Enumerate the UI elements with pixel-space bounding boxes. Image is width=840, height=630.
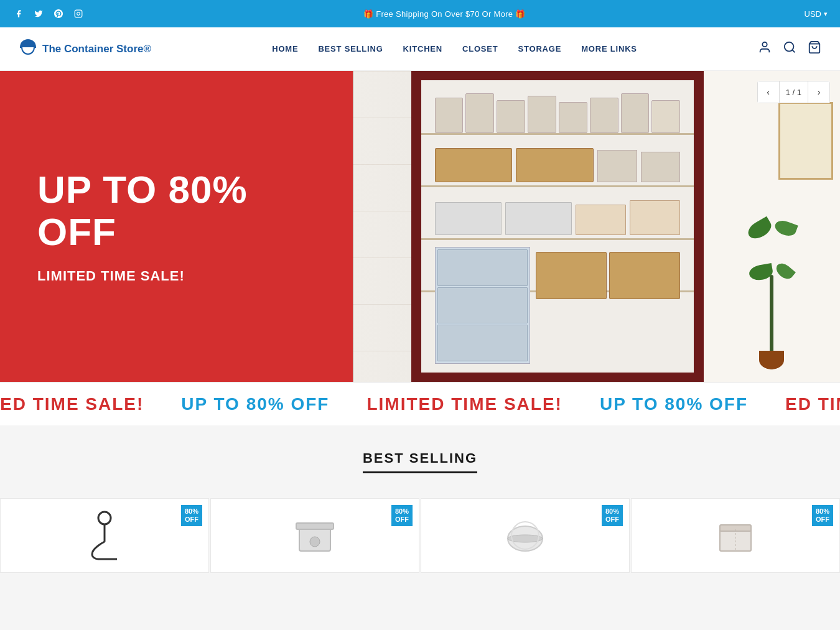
nav-closet[interactable]: CLOSET — [462, 44, 498, 53]
header-actions — [758, 40, 821, 57]
marquee-banner: ED TIME SALE! UP TO 80% OFF LIMITED TIME… — [0, 382, 840, 425]
header: The Container Store® HOME BEST SELLING K… — [0, 27, 840, 71]
carousel-controls: ‹ 1 / 1 › — [757, 81, 830, 103]
hero-banner: UP TO 80% OFF LIMITED TIME SALE! — [0, 71, 840, 382]
discount-badge-4: 80% OFF — [812, 505, 833, 526]
carousel-prev-button[interactable]: ‹ — [757, 81, 780, 103]
product-image-1 — [21, 511, 187, 560]
marquee-content: ED TIME SALE! UP TO 80% OFF LIMITED TIME… — [0, 394, 840, 414]
product-card-3[interactable]: 80% OFF — [421, 498, 630, 573]
marquee-item-4: UP TO 80% OFF — [600, 394, 748, 414]
nav-home[interactable]: HOME — [272, 44, 298, 53]
logo-text: The Container Store® — [42, 43, 151, 55]
instagram-icon[interactable] — [72, 7, 85, 20]
svg-rect-14 — [720, 529, 751, 551]
product-image-4 — [652, 511, 818, 560]
logo[interactable]: The Container Store® — [19, 39, 151, 60]
social-icons — [12, 7, 85, 20]
product-image-3 — [442, 511, 608, 560]
nav-more-links[interactable]: MORE LINKS — [581, 44, 637, 53]
marquee-item-2: UP TO 80% OFF — [181, 394, 329, 414]
product-card-1[interactable]: 80% OFF — [0, 498, 209, 573]
best-selling-section: BEST SELLING — [0, 425, 840, 486]
hero-title: UP TO 80% OFF — [37, 169, 315, 253]
account-icon[interactable] — [758, 40, 772, 57]
facebook-icon[interactable] — [12, 7, 25, 20]
free-shipping-message: 🎁 Free Shipping On Over $70 Or More 🎁 — [363, 9, 526, 19]
nav-storage[interactable]: STORAGE — [518, 44, 562, 53]
hero-subtitle: LIMITED TIME SALE! — [37, 268, 315, 284]
main-nav: HOME BEST SELLING KITCHEN CLOSET STORAGE… — [272, 44, 637, 53]
marquee-item-3: LIMITED TIME SALE! — [366, 394, 562, 414]
product-grid: 80% OFF 80% OFF 80% — [0, 486, 840, 573]
top-bar: 🎁 Free Shipping On Over $70 Or More 🎁 US… — [0, 0, 840, 27]
hero-text-area: UP TO 80% OFF LIMITED TIME SALE! — [0, 71, 353, 382]
pinterest-icon[interactable] — [52, 7, 65, 20]
svg-rect-9 — [296, 523, 334, 529]
hero-image-area: ‹ 1 / 1 › — [353, 71, 840, 382]
discount-badge-3: 80% OFF — [602, 505, 623, 526]
svg-line-4 — [792, 50, 795, 52]
twitter-icon[interactable] — [32, 7, 45, 20]
section-title: BEST SELLING — [363, 450, 477, 473]
product-image-2 — [231, 511, 398, 560]
marquee-item-5: ED TIME SALE! — [785, 394, 840, 414]
svg-point-6 — [98, 512, 111, 524]
marquee-item-1: ED TIME SALE! — [0, 394, 144, 414]
svg-point-3 — [785, 42, 794, 52]
carousel-counter: 1 / 1 — [780, 81, 808, 103]
svg-point-10 — [310, 537, 320, 547]
discount-badge-2: 80% OFF — [391, 505, 413, 526]
product-card-2[interactable]: 80% OFF — [210, 498, 419, 573]
discount-badge-1: 80% OFF — [181, 505, 202, 526]
hero-image — [353, 71, 840, 382]
carousel-next-button[interactable]: › — [808, 81, 830, 103]
currency-selector[interactable]: USD — [805, 9, 828, 19]
nav-kitchen[interactable]: KITCHEN — [403, 44, 442, 53]
svg-point-2 — [762, 42, 767, 47]
logo-icon — [19, 39, 37, 60]
svg-rect-0 — [75, 10, 82, 17]
search-icon[interactable] — [783, 40, 796, 57]
nav-best-selling[interactable]: BEST SELLING — [318, 44, 383, 53]
cart-icon[interactable] — [808, 40, 821, 57]
product-card-4[interactable]: 80% OFF — [631, 498, 840, 573]
